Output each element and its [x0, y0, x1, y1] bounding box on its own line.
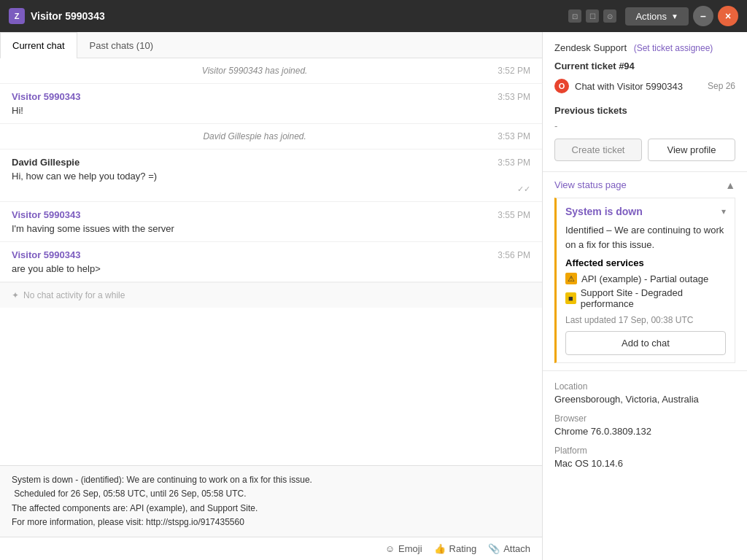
- warning-icon: ⚠: [565, 273, 577, 284]
- affected-item-api: ⚠ API (example) - Partial outage: [565, 273, 726, 284]
- tab-past-chats[interactable]: Past chats (10): [77, 32, 166, 58]
- status-card: System is down ▾ Identified – We are con…: [554, 198, 735, 363]
- icon-info: ⊙: [603, 9, 616, 23]
- chat-body: Hi, how can we help you today? =): [12, 171, 530, 182]
- system-message-joined: Visitor 5990343 has joined. 3:52 PM: [0, 58, 542, 84]
- chat-messages: Visitor 5990343 has joined. 3:52 PM Visi…: [0, 58, 542, 465]
- no-activity-indicator: ✦ No chat activity for a while: [0, 282, 542, 308]
- chat-sender: Visitor 5990343: [12, 209, 80, 220]
- status-collapse-icon[interactable]: ▾: [721, 206, 726, 217]
- chat-message: Visitor 5990343 3:56 PM are you able to …: [0, 242, 542, 282]
- chat-message: Visitor 5990343 3:55 PM I'm having some …: [0, 202, 542, 242]
- actions-arrow-icon: ▼: [671, 12, 678, 20]
- chat-body: are you able to help>: [12, 263, 530, 274]
- chat-time: 3:55 PM: [498, 210, 530, 220]
- ticket-date: Sep 26: [708, 81, 735, 91]
- no-activity-icon: ✦: [12, 290, 19, 300]
- chat-message-agent: David Gillespie 3:53 PM Hi, how can we h…: [0, 149, 542, 202]
- window-title: Visitor 5990343: [31, 10, 568, 22]
- chat-body: I'm having some issues with the server: [12, 223, 530, 234]
- affected-label: Affected services: [565, 257, 726, 268]
- browser-value: Chrome 76.0.3809.132: [554, 426, 735, 437]
- view-profile-button[interactable]: View profile: [648, 139, 735, 161]
- attach-button[interactable]: 📎 Attach: [488, 543, 530, 554]
- rating-icon: 👍: [434, 543, 446, 554]
- emoji-label: Emoji: [398, 543, 422, 554]
- browser-label: Browser: [554, 413, 735, 424]
- affected-item-support: ■ Support Site - Degraded performance: [565, 287, 726, 309]
- chat-body: Hi!: [12, 105, 530, 116]
- affected-api-text: API (example) - Partial outage: [581, 273, 708, 284]
- status-section: ▲ View status page System is down ▾ Iden…: [543, 172, 747, 371]
- read-check-icon: ✓✓: [517, 184, 530, 194]
- system-message-agent-joined: David Gillespie has joined. 3:53 PM: [0, 124, 542, 149]
- zendesk-section: Zendesk Support (Set ticket assignee) Cu…: [543, 32, 747, 172]
- emoji-button[interactable]: ☺ Emoji: [385, 543, 422, 554]
- current-ticket-label: Current ticket #94: [554, 61, 735, 71]
- add-to-chat-button[interactable]: Add to chat: [565, 331, 726, 355]
- create-ticket-button[interactable]: Create ticket: [554, 139, 642, 161]
- system-info-text: System is down - (identified): We are co…: [12, 475, 312, 527]
- attach-label: Attach: [503, 543, 530, 554]
- icon-monitor: ⊡: [568, 9, 581, 23]
- prev-tickets-section: Previous tickets -: [554, 105, 735, 131]
- close-button[interactable]: ×: [718, 6, 738, 26]
- ticket-actions: Create ticket View profile: [554, 139, 735, 161]
- ticket-dot: O: [554, 79, 569, 93]
- view-status-link[interactable]: View status page: [554, 179, 735, 190]
- chat-time: 3:53 PM: [498, 92, 530, 102]
- prev-tickets-empty: -: [554, 120, 735, 131]
- platform-label: Platform: [554, 446, 735, 456]
- set-assignee-link[interactable]: (Set ticket assignee): [634, 43, 713, 53]
- chat-message: Visitor 5990343 3:53 PM Hi!: [0, 84, 542, 124]
- zendesk-label: Zendesk Support: [554, 42, 627, 53]
- chat-time: 3:53 PM: [498, 158, 530, 168]
- yellow-icon: ■: [565, 292, 576, 304]
- icon-chat: ☐: [586, 9, 599, 23]
- left-panel: Current chat Past chats (10) Visitor 599…: [0, 32, 543, 560]
- location-label: Location: [554, 381, 735, 392]
- prev-tickets-label: Previous tickets: [554, 105, 735, 116]
- chat-sender: Visitor 5990343: [12, 91, 80, 102]
- titlebar: Z Visitor 5990343 ⊡ ☐ ⊙ Actions ▼ – ×: [0, 0, 747, 32]
- system-info-box: System is down - (identified): We are co…: [0, 465, 542, 537]
- status-title-text: System is down: [565, 206, 643, 217]
- location-value: Greensborough, Victoria, Australia: [554, 394, 735, 405]
- actions-label: Actions: [635, 11, 667, 22]
- main-layout: Current chat Past chats (10) Visitor 599…: [0, 32, 747, 560]
- titlebar-icons: ⊡ ☐ ⊙: [568, 9, 616, 23]
- info-section: Location Greensborough, Victoria, Austra…: [543, 371, 747, 488]
- status-identified: Identified – We are continuing to work o…: [565, 223, 726, 252]
- tabs: Current chat Past chats (10): [0, 32, 542, 58]
- chat-sender-agent: David Gillespie: [12, 157, 80, 168]
- emoji-icon: ☺: [385, 543, 395, 554]
- affected-support-text: Support Site - Degraded performance: [581, 287, 726, 309]
- ticket-name: Chat with Visitor 5990343: [575, 81, 702, 92]
- rating-label: Rating: [449, 543, 477, 554]
- zendesk-header: Zendesk Support (Set ticket assignee): [554, 42, 735, 53]
- chat-sender: Visitor 5990343: [12, 249, 80, 260]
- chat-toolbar: ☺ Emoji 👍 Rating 📎 Attach: [0, 537, 542, 560]
- minimize-button[interactable]: –: [693, 6, 713, 26]
- collapse-button[interactable]: ▲: [725, 179, 735, 191]
- ticket-item: O Chat with Visitor 5990343 Sep 26: [554, 76, 735, 96]
- attach-icon: 📎: [488, 543, 500, 554]
- rating-button[interactable]: 👍 Rating: [434, 543, 477, 554]
- no-activity-text: No chat activity for a while: [23, 290, 125, 300]
- actions-button[interactable]: Actions ▼: [625, 7, 689, 26]
- tab-current-chat[interactable]: Current chat: [0, 32, 77, 58]
- platform-value: Mac OS 10.14.6: [554, 458, 735, 469]
- status-updated: Last updated 17 Sep, 00:38 UTC: [565, 315, 726, 325]
- right-panel: Zendesk Support (Set ticket assignee) Cu…: [543, 32, 747, 560]
- chat-time: 3:56 PM: [498, 250, 530, 260]
- app-icon: Z: [9, 8, 25, 24]
